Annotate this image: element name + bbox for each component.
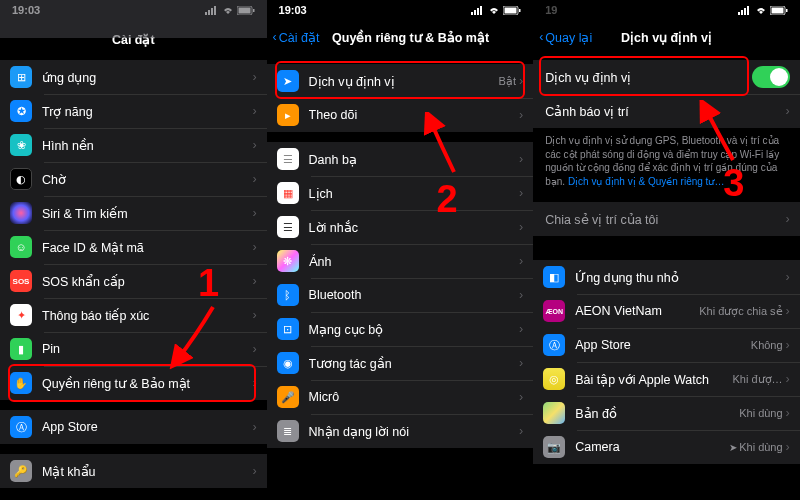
chevron-right-icon: › <box>252 240 256 254</box>
row-theo-doi[interactable]: ▸ Theo dõi › <box>267 98 534 132</box>
row-danh-ba[interactable]: ☰ Danh bạ › <box>267 142 534 176</box>
row-sos[interactable]: SOS SOS khẩn cấp › <box>0 264 267 298</box>
chevron-right-icon: › <box>519 424 523 438</box>
chevron-right-icon: › <box>252 172 256 186</box>
toggle-switch[interactable] <box>752 66 790 88</box>
location-group-1: Dịch vụ định vị Cảnh báo vị trí › <box>533 60 800 128</box>
row-ung-dung[interactable]: ⊞ ứng dụng › <box>0 60 267 94</box>
speech-icon: ≣ <box>277 420 299 442</box>
row-tro-nang[interactable]: ✪ Trợ năng › <box>0 94 267 128</box>
row-label: Micrô <box>309 390 519 404</box>
row-label: Lịch <box>309 186 519 201</box>
chevron-left-icon: ‹ <box>539 30 543 44</box>
appstore-icon: Ⓐ <box>543 334 565 356</box>
camera-icon: 📷 <box>543 436 565 458</box>
settings-group-1: ⊞ ứng dụng › ✪ Trợ năng › ❀ Hình nền › ◐… <box>0 60 267 400</box>
row-label: Hình nền <box>42 138 252 153</box>
svg-rect-7 <box>471 12 473 15</box>
row-pin[interactable]: ▮ Pin › <box>0 332 267 366</box>
row-mang-cuc-bo[interactable]: ⊡ Mạng cục bộ › <box>267 312 534 346</box>
row-cho[interactable]: ◐ Chờ › <box>0 162 267 196</box>
row-siri[interactable]: Siri & Tìm kiếm › <box>0 196 267 230</box>
chevron-right-icon: › <box>519 254 523 268</box>
row-label: Dịch vụ định vị <box>309 74 499 89</box>
row-value: Khi dùng <box>739 441 782 453</box>
row-value: Khi đượ… <box>733 373 783 386</box>
row-label: Theo dõi <box>309 108 519 122</box>
signal-icon <box>471 6 485 15</box>
footer-link[interactable]: Dịch vụ định vị & Quyền riêng tư… <box>568 176 725 187</box>
row-label: Quyền riêng tư & Bảo mật <box>42 376 252 391</box>
exposure-icon: ✦ <box>10 304 32 326</box>
back-button[interactable]: ‹ Quay lại <box>539 30 592 45</box>
chevron-right-icon: › <box>786 304 790 318</box>
location-footer-text: Dịch vụ định vị sử dụng GPS, Bluetooth v… <box>533 128 800 188</box>
row-app-store-loc[interactable]: Ⓐ App Store Không › <box>533 328 800 362</box>
chevron-right-icon: › <box>786 270 790 284</box>
back-button[interactable]: ‹ Cài đặt <box>273 30 320 45</box>
row-mat-khau[interactable]: 🔑 Mật khẩu › <box>0 454 267 488</box>
row-micro[interactable]: 🎤 Micrô › <box>267 380 534 414</box>
chevron-right-icon: › <box>252 206 256 220</box>
row-bluetooth[interactable]: ᛒ Bluetooth › <box>267 278 534 312</box>
svg-rect-14 <box>738 12 740 15</box>
calendar-icon: ▦ <box>277 182 299 204</box>
chevron-right-icon: › <box>519 108 523 122</box>
accessibility-icon: ✪ <box>10 100 32 122</box>
back-label: Quay lại <box>545 30 592 45</box>
chevron-right-icon: › <box>519 322 523 336</box>
row-thong-bao-tiep-xuc[interactable]: ✦ Thông báo tiếp xúc › <box>0 298 267 332</box>
row-aeon[interactable]: ÆON AEON VietNam Khi được chia sẻ › <box>533 294 800 328</box>
svg-rect-13 <box>519 9 521 12</box>
chevron-right-icon: › <box>786 372 790 386</box>
row-value: Không <box>751 339 783 351</box>
row-chia-se-vi-tri[interactable]: Chia sẻ vị trí của tôi › <box>533 202 800 236</box>
status-indicators <box>471 6 521 15</box>
row-canh-bao-vi-tri[interactable]: Cảnh báo vị trí › <box>533 94 800 128</box>
svg-rect-12 <box>505 7 517 13</box>
location-icon: ➤ <box>277 70 299 92</box>
row-label: Dịch vụ định vị <box>545 70 752 85</box>
row-camera[interactable]: 📷 Camera ➤ Khi dùng › <box>533 430 800 464</box>
row-label: Bài tập với Apple Watch <box>575 372 732 387</box>
row-lich[interactable]: ▦ Lịch › <box>267 176 534 210</box>
row-label: Ảnh <box>309 254 519 269</box>
row-label: Pin <box>42 342 252 356</box>
row-value: Khi được chia sẻ <box>699 305 782 318</box>
row-location-toggle[interactable]: Dịch vụ định vị <box>533 60 800 94</box>
row-label: ứng dụng <box>42 70 252 85</box>
row-label: Mật khẩu <box>42 464 252 479</box>
row-faceid[interactable]: ☺ Face ID & Mật mã › <box>0 230 267 264</box>
row-label: SOS khẩn cấp <box>42 274 252 289</box>
faceid-icon: ☺ <box>10 236 32 258</box>
row-ban-do[interactable]: Bản đồ Khi dùng › <box>533 396 800 430</box>
status-indicators <box>738 6 788 15</box>
back-label: Cài đặt <box>279 30 320 45</box>
nearby-icon: ◉ <box>277 352 299 374</box>
svg-rect-8 <box>474 10 476 15</box>
row-nhan-dang-loi-noi[interactable]: ≣ Nhận dạng lời nói › <box>267 414 534 448</box>
phone-screen-location: 19 ‹ Quay lại Dịch vụ định vị Dịch vụ đị… <box>533 0 800 500</box>
row-anh[interactable]: ❋ Ảnh › <box>267 244 534 278</box>
phone-screen-privacy: 19:03 ‹ Cài đặt Quyền riêng tư & Bảo mật… <box>267 0 534 500</box>
page-title: Quyền riêng tư & Bảo mật <box>332 30 489 45</box>
row-ung-dung-thu-nho[interactable]: ◧ Ứng dụng thu nhỏ › <box>533 260 800 294</box>
chevron-right-icon: › <box>786 406 790 420</box>
status-time: 19:03 <box>279 4 307 16</box>
row-label: Siri & Tìm kiếm <box>42 206 252 221</box>
svg-rect-20 <box>786 9 788 12</box>
standby-icon: ◐ <box>10 168 32 190</box>
maps-icon <box>543 402 565 424</box>
row-quyen-rieng-tu[interactable]: ✋ Quyền riêng tư & Bảo mật › <box>0 366 267 400</box>
battery-settings-icon: ▮ <box>10 338 32 360</box>
battery-icon <box>503 6 521 15</box>
row-tuong-tac-gan[interactable]: ◉ Tương tác gần › <box>267 346 534 380</box>
row-bai-tap[interactable]: ◎ Bài tập với Apple Watch Khi đượ… › <box>533 362 800 396</box>
row-loi-nhac[interactable]: ☰ Lời nhắc › <box>267 210 534 244</box>
sos-icon: SOS <box>10 270 32 292</box>
chevron-right-icon: › <box>252 274 256 288</box>
row-dich-vu-dinh-vi[interactable]: ➤ Dịch vụ định vị Bật › <box>267 64 534 98</box>
row-app-store[interactable]: Ⓐ App Store › <box>0 410 267 444</box>
row-hinh-nen[interactable]: ❀ Hình nền › <box>0 128 267 162</box>
signal-icon <box>738 6 752 15</box>
